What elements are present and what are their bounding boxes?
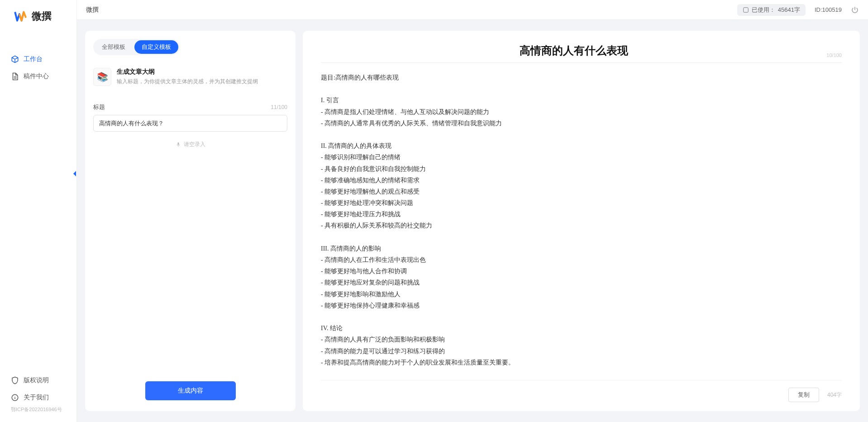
tab-all-templates[interactable]: 全部模板 xyxy=(95,40,133,54)
nav-label: 版权说明 xyxy=(24,376,49,384)
word-count: 404字 xyxy=(827,391,842,399)
nav-label: 稿件中心 xyxy=(24,72,49,81)
logo-icon xyxy=(14,9,28,24)
sidebar-bottom: 版权说明 关于我们 鄂ICP备2022016946号 xyxy=(0,372,76,422)
document-icon xyxy=(11,72,19,81)
template-card: 📚 生成文章大纲 输入标题，为你提供文章主体的灵感，并为其创建推文提纲 xyxy=(93,63,287,94)
svg-rect-2 xyxy=(177,142,179,145)
main: 微撰 已使用：45641字 ID:100519 全部模板 自定义模板 📚 xyxy=(77,0,868,422)
template-desc: 输入标题，为你提供文章主体的灵感，并为其创建推文提纲 xyxy=(117,78,258,85)
logo: 微撰 xyxy=(0,0,76,33)
nav-item-workspace[interactable]: 工作台 xyxy=(0,51,76,68)
tab-custom-templates[interactable]: 自定义模板 xyxy=(134,40,178,54)
cube-icon xyxy=(11,55,19,63)
field-label-title: 标题 xyxy=(93,103,105,111)
template-icon: 📚 xyxy=(93,68,111,86)
nav-item-copyright[interactable]: 版权说明 xyxy=(0,372,76,389)
output-body[interactable]: 题目:高情商的人有哪些表现 I. 引言 - 高情商是指人们处理情绪、与他人互动以… xyxy=(321,72,842,373)
chevron-left-icon xyxy=(72,171,77,177)
panel-right: 高情商的人有什么表现 10/100 题目:高情商的人有哪些表现 I. 引言 - … xyxy=(303,31,860,411)
nav-label: 工作台 xyxy=(24,55,43,63)
svg-rect-1 xyxy=(744,7,749,12)
nav-label: 关于我们 xyxy=(24,394,49,402)
output-title-counter: 10/100 xyxy=(826,52,842,58)
voice-label: 请空录入 xyxy=(184,141,205,148)
sidebar: 微撰 工作台 稿件中心 版权说明 关于我们 鄂ICP备2022016946号 xyxy=(0,0,77,422)
title-input[interactable] xyxy=(93,115,287,132)
power-icon[interactable] xyxy=(851,6,859,14)
text-icon xyxy=(743,7,749,13)
template-title: 生成文章大纲 xyxy=(117,68,258,76)
topbar: 微撰 已使用：45641字 ID:100519 xyxy=(77,0,868,20)
voice-input[interactable]: 请空录入 xyxy=(93,141,287,148)
shield-icon xyxy=(11,376,19,384)
copy-button[interactable]: 复制 xyxy=(788,388,819,402)
generate-button[interactable]: 生成内容 xyxy=(145,381,236,400)
output-title: 高情商的人有什么表现 xyxy=(321,43,826,58)
topbar-title: 微撰 xyxy=(86,6,99,14)
mic-icon xyxy=(176,142,181,147)
icp-text: 鄂ICP备2022016946号 xyxy=(0,406,76,417)
nav-item-about[interactable]: 关于我们 xyxy=(0,389,76,406)
usage-value: 45641字 xyxy=(778,6,800,14)
collapse-handle[interactable] xyxy=(72,169,78,178)
usage-label: 已使用： xyxy=(752,6,775,14)
nav-item-drafts[interactable]: 稿件中心 xyxy=(0,68,76,85)
workspace: 全部模板 自定义模板 📚 生成文章大纲 输入标题，为你提供文章主体的灵感，并为其… xyxy=(77,20,868,422)
panel-left: 全部模板 自定义模板 📚 生成文章大纲 输入标题，为你提供文章主体的灵感，并为其… xyxy=(85,31,296,411)
template-tabs: 全部模板 自定义模板 xyxy=(93,39,180,55)
nav: 工作台 稿件中心 xyxy=(0,33,76,372)
logo-text: 微撰 xyxy=(32,9,52,23)
usage-pill: 已使用：45641字 xyxy=(737,4,806,16)
user-id: ID:100519 xyxy=(815,6,842,13)
field-counter: 11/100 xyxy=(271,104,287,110)
info-icon xyxy=(11,394,19,402)
